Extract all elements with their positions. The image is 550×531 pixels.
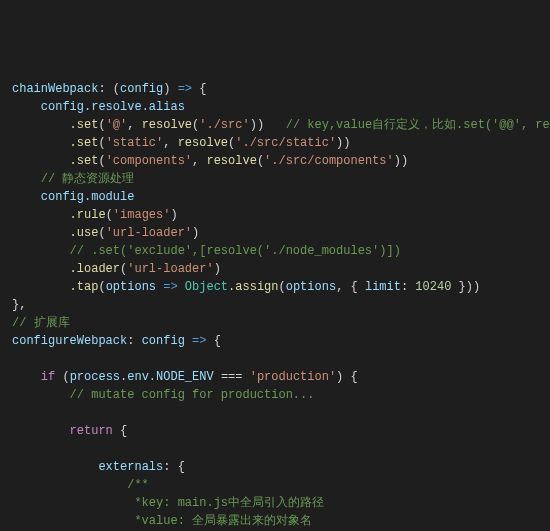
code-editor[interactable]: chainWebpack: (config) => { config.resol… <box>12 80 538 531</box>
